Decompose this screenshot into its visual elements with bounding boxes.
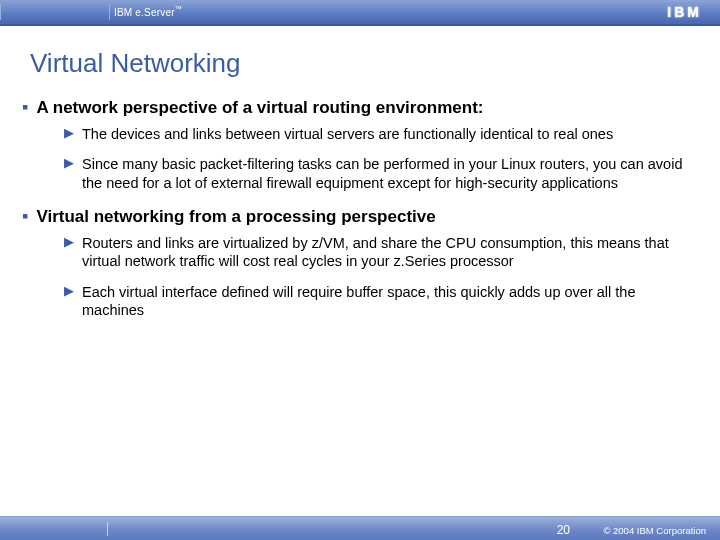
bullet-level2: ▶ Since many basic packet-filtering task… — [22, 155, 690, 192]
content: ▪ A network perspective of a virtual rou… — [0, 97, 720, 320]
bullet-level1: ▪ A network perspective of a virtual rou… — [22, 97, 690, 119]
sub-bullet-text: Since many basic packet-filtering tasks … — [82, 155, 690, 192]
sub-bullet-text: Routers and links are virtualized by z/V… — [82, 234, 690, 271]
sub-bullets: ▶ Routers and links are virtualized by z… — [22, 234, 690, 320]
sub-bullet-text: The devices and links between virtual se… — [82, 125, 613, 144]
square-bullet-icon: ▪ — [22, 206, 28, 228]
bullet-level1: ▪ Virtual networking from a processing p… — [22, 206, 690, 228]
brand-text: IBM e.Server™ — [114, 7, 182, 18]
brand-tm: ™ — [175, 5, 182, 12]
bullet-text: Virtual networking from a processing per… — [36, 206, 435, 228]
footer-bar: 20 © 2004 IBM Corporation — [0, 516, 720, 540]
brand-mid: Server — [144, 7, 175, 18]
arrow-bullet-icon: ▶ — [64, 283, 74, 320]
brand: IBM e.Server™ — [0, 0, 182, 24]
copyright: © 2004 IBM Corporation — [603, 525, 706, 536]
bullet-text: A network perspective of a virtual routi… — [36, 97, 483, 119]
bullet-level2: ▶ Routers and links are virtualized by z… — [22, 234, 690, 271]
header-bar: IBM e.Server™ IBM — [0, 0, 720, 26]
arrow-bullet-icon: ▶ — [64, 125, 74, 144]
arrow-bullet-icon: ▶ — [64, 155, 74, 192]
footer-rule — [0, 522, 108, 536]
brand-prefix: IBM e. — [114, 7, 144, 18]
sub-bullets: ▶ The devices and links between virtual … — [22, 125, 690, 193]
arrow-bullet-icon: ▶ — [64, 234, 74, 271]
sub-bullet-text: Each virtual interface defined will requ… — [82, 283, 690, 320]
bullet-level2: ▶ Each virtual interface defined will re… — [22, 283, 690, 320]
page-title: Virtual Networking — [0, 26, 720, 97]
square-bullet-icon: ▪ — [22, 97, 28, 119]
ibm-logo: IBM — [667, 4, 702, 20]
bullet-level2: ▶ The devices and links between virtual … — [22, 125, 690, 144]
page-number: 20 — [557, 523, 570, 537]
brand-rule — [0, 4, 110, 20]
slide: IBM e.Server™ IBM Virtual Networking ▪ A… — [0, 0, 720, 540]
